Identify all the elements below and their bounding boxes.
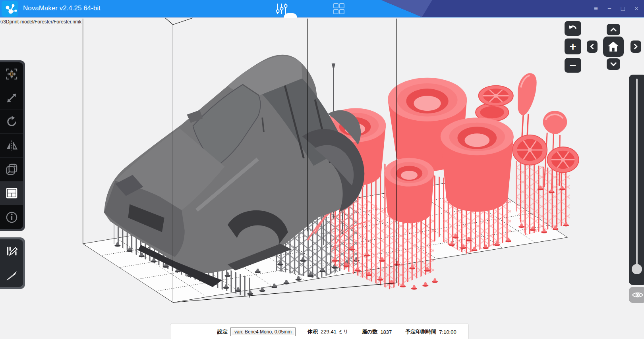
support-toolbar bbox=[0, 237, 25, 289]
zoom-in-button[interactable]: + bbox=[565, 39, 581, 54]
support-manual-button[interactable] bbox=[0, 263, 23, 287]
layers-label: 層の数 bbox=[362, 328, 377, 335]
menu-icon[interactable]: ≡ bbox=[592, 4, 600, 13]
app-title: NovaMaker v2.4.25 64-bit bbox=[23, 4, 101, 12]
volume-label: 体积 bbox=[307, 328, 318, 335]
eye-icon bbox=[632, 291, 644, 299]
volume-value: 229.41 ミリ bbox=[321, 328, 348, 335]
rim-face-right bbox=[512, 135, 547, 165]
app-logo-icon bbox=[2, 1, 18, 17]
info-button[interactable] bbox=[0, 205, 23, 229]
scale-button[interactable] bbox=[0, 86, 23, 110]
print-profile-select[interactable]: van: Bene4 Mono, 0.05mm bbox=[230, 327, 296, 336]
pan-down-button[interactable] bbox=[607, 58, 620, 70]
layer-slider-handle[interactable] bbox=[632, 264, 642, 274]
visibility-toggle-button[interactable] bbox=[629, 287, 644, 303]
undo-button[interactable] bbox=[565, 21, 581, 36]
layer-slider-line bbox=[636, 79, 638, 274]
home-view-button[interactable] bbox=[603, 37, 624, 57]
model-library-grid-icon[interactable] bbox=[332, 2, 346, 15]
layer-slider-track[interactable] bbox=[629, 75, 644, 285]
pan-right-button[interactable] bbox=[630, 40, 641, 53]
auto-arrange-button[interactable] bbox=[0, 62, 23, 86]
model-seat bbox=[518, 73, 536, 115]
novamaker-window: NovaMaker v2.4.25 64-bit ≡ − □ bbox=[0, 0, 644, 339]
close-button[interactable]: × bbox=[632, 4, 641, 13]
pan-up-button[interactable] bbox=[607, 24, 620, 35]
print-time-label: 予定印刷時間 bbox=[405, 328, 436, 335]
settings-label: 設定 bbox=[217, 328, 228, 335]
layers-value: 1837 bbox=[380, 329, 392, 335]
mirror-button[interactable] bbox=[0, 134, 23, 158]
layout-button[interactable] bbox=[0, 181, 23, 205]
model-toolbar bbox=[0, 60, 25, 231]
rim-top bbox=[479, 86, 513, 106]
viewport-3d[interactable] bbox=[0, 17, 644, 339]
print-time-value: 7:10:00 bbox=[439, 329, 456, 335]
status-bar: 設定 van: Bene4 Mono, 0.05mm 体积 229.41 ミリ … bbox=[170, 323, 469, 339]
window-controls: ≡ − □ × bbox=[592, 0, 641, 17]
duplicate-button[interactable] bbox=[0, 158, 23, 181]
viewport-3d-scene[interactable] bbox=[0, 17, 644, 339]
rotate-button[interactable] bbox=[0, 110, 23, 134]
rim-face-far-right bbox=[547, 147, 579, 172]
support-edit-button[interactable] bbox=[0, 239, 23, 263]
zoom-out-button[interactable]: − bbox=[565, 58, 581, 73]
maximize-button[interactable]: □ bbox=[619, 4, 627, 13]
pan-left-button[interactable] bbox=[587, 40, 598, 53]
open-file-path: D:/3Dprint-model/Forester/Forester.nmk bbox=[0, 19, 81, 25]
settings-drawer-handle[interactable] bbox=[284, 13, 297, 18]
minimize-button[interactable]: − bbox=[605, 4, 614, 13]
titlebar: NovaMaker v2.4.25 64-bit ≡ − □ bbox=[0, 0, 644, 17]
